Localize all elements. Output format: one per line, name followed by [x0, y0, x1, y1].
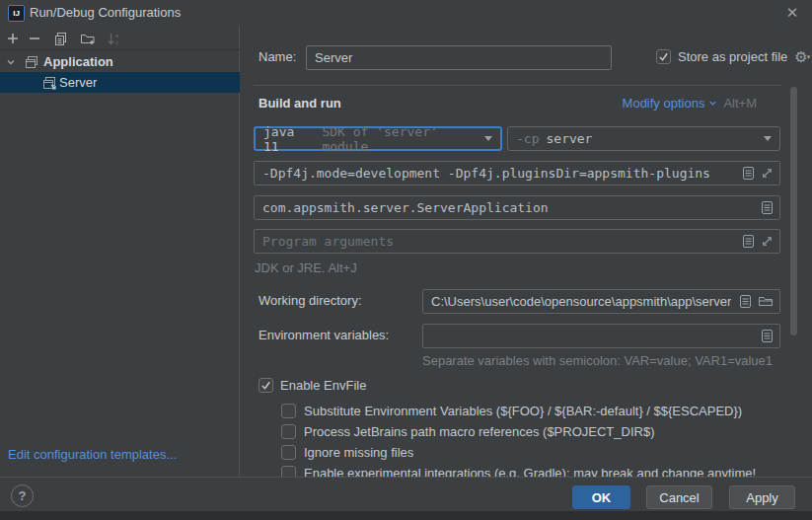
remove-icon[interactable] — [26, 30, 43, 47]
environment-variables-label: Environment variables: — [258, 328, 389, 342]
process-path-macros-label: Process JetBrains path macro references … — [304, 424, 654, 439]
store-as-project-file-checkbox[interactable] — [656, 49, 671, 64]
chevron-down-icon[interactable] — [6, 57, 16, 67]
store-as-project-file-row: Store as project file ⚙▾ — [656, 49, 810, 64]
environment-variables-input[interactable] — [429, 329, 755, 343]
dialog-title: Run/Debug Configurations — [30, 5, 181, 20]
check-icon — [260, 380, 271, 391]
expand-icon[interactable] — [761, 235, 774, 248]
store-as-project-file-label: Store as project file — [678, 49, 787, 64]
cp-prefix: -cp — [516, 131, 539, 146]
dialog-titlebar: IJ Run/Debug Configurations ✕ — [0, 0, 812, 26]
dropdown-arrow-icon — [764, 136, 772, 141]
macros-icon[interactable] — [742, 234, 755, 249]
configurations-sidebar: a z Application — [0, 26, 240, 477]
background-window-strip — [0, 511, 812, 520]
tree-group-application[interactable]: Application — [0, 51, 240, 72]
ignore-missing-files-label: Ignore missing files — [304, 445, 413, 460]
name-input[interactable] — [313, 50, 605, 65]
ignore-missing-files-checkbox[interactable] — [281, 445, 296, 460]
envfile-option-row: Ignore missing files — [281, 445, 413, 460]
dialog-footer: ? OK Cancel Apply — [0, 477, 812, 511]
run-configuration-icon — [41, 75, 57, 91]
modify-options-row: Modify options Alt+M — [623, 96, 757, 111]
macros-icon[interactable] — [742, 166, 755, 181]
tree-item-server[interactable]: Server — [0, 72, 240, 93]
dropdown-arrow-icon — [484, 136, 492, 141]
chevron-down-icon — [708, 99, 717, 108]
program-arguments-field — [254, 229, 780, 254]
experimental-integrations-checkbox[interactable] — [281, 466, 296, 477]
enable-envfile-label: Enable EnvFile — [280, 378, 366, 393]
envfile-option-row: Enable experimental integrations (e.g. G… — [281, 466, 756, 477]
apply-button[interactable]: Apply — [729, 485, 795, 509]
main-class-field — [254, 195, 780, 220]
close-icon[interactable]: ✕ — [782, 3, 802, 23]
modify-options-shortcut: Alt+M — [723, 96, 757, 111]
edit-configuration-templates-link[interactable]: Edit configuration templates... — [8, 447, 177, 462]
vertical-scrollbar-thumb[interactable] — [790, 87, 797, 335]
run-debug-configurations-dialog: IJ Run/Debug Configurations ✕ — [0, 0, 812, 511]
working-directory-field — [422, 289, 780, 314]
configuration-form: Name: Store as project file ⚙▾ Build and… — [241, 26, 812, 477]
substitute-env-vars-label: Substitute Environment Variables (${FOO}… — [304, 404, 742, 418]
expand-icon[interactable] — [761, 167, 774, 180]
enable-envfile-checkbox[interactable] — [258, 378, 273, 393]
copy-icon[interactable] — [51, 30, 69, 47]
envfile-option-row: Substitute Environment Variables (${FOO}… — [281, 404, 742, 418]
program-arguments-input[interactable] — [260, 234, 736, 249]
working-directory-input[interactable] — [429, 294, 733, 309]
experimental-integrations-label: Enable experimental integrations (e.g. G… — [304, 466, 756, 477]
environment-variables-hint: Separate variables with semicolon: VAR=v… — [422, 353, 773, 368]
tree-item-label: Server — [59, 75, 97, 90]
jre-value: java 11 — [263, 124, 315, 154]
intellij-logo-icon: IJ — [8, 5, 25, 22]
cp-value: server — [546, 131, 592, 146]
environment-variables-field — [422, 324, 780, 348]
modify-options-label: Modify options — [623, 96, 705, 111]
modify-options-link[interactable]: Modify options — [623, 96, 718, 111]
vm-options-field — [254, 161, 780, 186]
sort-icon[interactable]: a z — [105, 30, 122, 47]
check-icon — [658, 51, 669, 62]
macros-icon[interactable] — [739, 294, 752, 309]
svg-text:z: z — [115, 39, 118, 45]
classpath-combobox[interactable]: -cp server — [507, 126, 780, 151]
cancel-button[interactable]: Cancel — [646, 485, 712, 509]
name-label: Name: — [258, 49, 296, 64]
add-icon[interactable] — [4, 30, 22, 47]
tree-group-label: Application — [43, 54, 113, 69]
application-icon — [24, 54, 39, 70]
envfile-option-row: Process JetBrains path macro references … — [281, 424, 654, 439]
jdk-hint: JDK or JRE. Alt+J — [255, 260, 357, 275]
new-folder-icon[interactable] — [79, 30, 97, 47]
section-divider — [254, 85, 781, 86]
macros-icon[interactable] — [761, 200, 774, 215]
main-class-input[interactable] — [260, 200, 755, 215]
svg-text:a: a — [115, 33, 119, 38]
jre-combobox[interactable]: java 11 SDK of 'server' module — [254, 126, 502, 151]
gear-icon[interactable]: ⚙▾ — [794, 49, 810, 64]
build-and-run-title: Build and run — [258, 96, 341, 111]
ok-button[interactable]: OK — [572, 485, 630, 509]
help-icon[interactable]: ? — [11, 484, 34, 507]
macros-icon[interactable] — [761, 329, 774, 343]
sidebar-toolbar: a z — [0, 27, 240, 50]
substitute-env-vars-checkbox[interactable] — [281, 404, 296, 418]
name-field-wrapper — [306, 45, 612, 70]
vm-options-input[interactable] — [260, 166, 736, 181]
process-path-macros-checkbox[interactable] — [281, 424, 296, 439]
browse-folder-icon[interactable] — [758, 295, 774, 308]
jre-hint: SDK of 'server' module — [322, 124, 484, 154]
enable-envfile-row: Enable EnvFile — [258, 378, 366, 393]
working-directory-label: Working directory: — [258, 293, 362, 308]
